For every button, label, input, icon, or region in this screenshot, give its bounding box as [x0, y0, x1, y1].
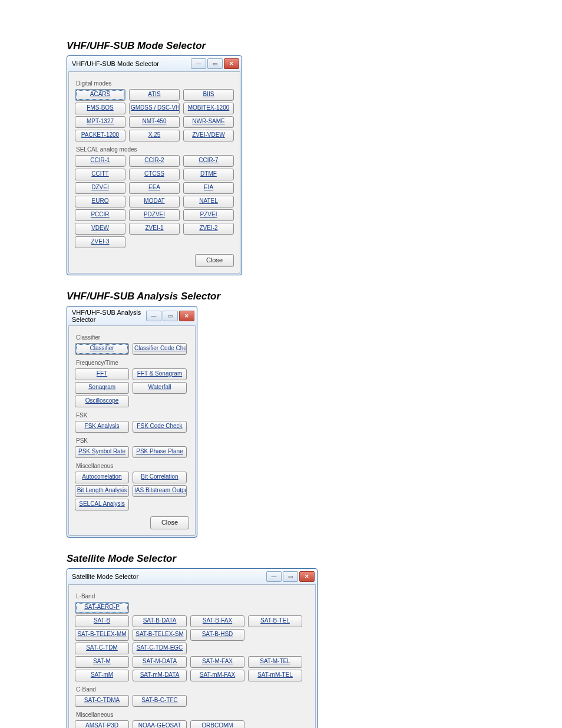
mode-button[interactable]: SAT-B-C-TFC [133, 695, 187, 707]
mode-button[interactable]: PZVEI [183, 209, 234, 221]
group-label-selcal: SELCAL analog modes [76, 146, 234, 153]
group-label-lband: L-Band [76, 593, 309, 599]
mode-button[interactable]: SAT-mM-TEL [248, 670, 302, 681]
minimize-button[interactable]: — [146, 311, 161, 321]
mode-button[interactable]: CCIR-7 [183, 155, 234, 167]
mode-button[interactable]: Sonagram [75, 382, 129, 394]
mode-button[interactable]: FSK Analysis [75, 421, 129, 433]
mode-button[interactable]: DZVEI [75, 182, 125, 194]
mode-button[interactable]: MOBITEX-1200 [183, 103, 234, 114]
minimize-button[interactable]: — [191, 58, 206, 69]
maximize-button[interactable]: ▭ [283, 571, 298, 582]
mode-button[interactable]: SAT-mM-DATA [133, 670, 187, 681]
mode-button[interactable]: Bit Correlation [133, 472, 187, 483]
mode-button[interactable]: PSK Phase Plane [133, 446, 187, 458]
mode-button[interactable]: NATEL [183, 196, 234, 207]
mode-button[interactable]: SAT-M-FAX [190, 656, 244, 668]
mode-button[interactable]: ZVEI-VDEW [183, 130, 234, 141]
close-x-button[interactable]: ✕ [179, 311, 194, 321]
mode-button[interactable]: SAT-AERO-P [75, 602, 129, 614]
mode-button[interactable]: BIIS [183, 89, 234, 101]
mode-button[interactable]: SAT-M-TEL [248, 656, 302, 668]
heading-analysis-selector: VHF/UHF-SUB Analysis Selector [67, 291, 495, 302]
mode-button[interactable]: NOAA-GEOSAT [133, 720, 187, 728]
group-label-digital: Digital modes [76, 80, 234, 87]
mode-button[interactable]: Classifier Code Check [133, 343, 187, 355]
mode-button[interactable]: VDEW [75, 223, 125, 235]
titlebar: Satellite Mode Selector — ▭ ✕ [67, 569, 317, 584]
mode-button[interactable]: ZVEI-3 [75, 236, 125, 248]
maximize-button[interactable]: ▭ [207, 58, 223, 69]
mode-button[interactable]: MODAT [129, 196, 180, 207]
close-x-button[interactable]: ✕ [299, 571, 315, 582]
window-title: Satellite Mode Selector [72, 573, 265, 580]
mode-button[interactable]: Oscilloscope [75, 396, 129, 407]
mode-button[interactable]: SAT-M [75, 656, 129, 668]
mode-button[interactable]: SAT-C-TDMA [75, 695, 129, 707]
mode-button[interactable]: SAT-C-TDM [75, 643, 129, 654]
titlebar: VHF/UHF-SUB Analysis Selector — ▭ ✕ [67, 307, 197, 325]
mode-button[interactable]: GMDSS / DSC-VHF [129, 103, 180, 114]
group-label-cband: C-Band [76, 686, 309, 693]
mode-button[interactable]: SAT-B-DATA [133, 615, 187, 627]
heading-satellite-selector: Satellite Mode Selector [67, 553, 495, 565]
mode-button[interactable]: ATIS [129, 89, 180, 101]
mode-button[interactable]: CCITT [75, 169, 125, 180]
mode-button[interactable]: Waterfall [133, 382, 187, 394]
group-label-psk: PSK [76, 437, 189, 444]
mode-button[interactable]: ACARS [75, 89, 125, 101]
mode-button[interactable]: Classifier [75, 343, 129, 355]
group-label-classifier: Classifier [76, 334, 189, 341]
mode-button[interactable]: IAS Bitstream Output [133, 485, 187, 497]
mode-button[interactable]: CCIR-1 [75, 155, 125, 167]
mode-button[interactable]: PSK Symbol Rate [75, 446, 129, 458]
mode-button[interactable]: SAT-mM-FAX [190, 670, 244, 681]
mode-button[interactable]: EIA [183, 182, 234, 194]
mode-button[interactable]: CCIR-2 [129, 155, 180, 167]
window-title: VHF/UHF-SUB Mode Selector [72, 60, 190, 67]
close-button[interactable]: Close [195, 254, 234, 267]
mode-button[interactable]: X.25 [129, 130, 180, 141]
mode-button[interactable]: SAT-mM [75, 670, 129, 681]
mode-button[interactable]: SAT-B-TELEX-MM [75, 629, 129, 641]
close-x-button[interactable]: ✕ [224, 58, 239, 69]
mode-button[interactable]: PCCIR [75, 209, 125, 221]
mode-button[interactable]: PACKET-1200 [75, 130, 125, 141]
mode-button[interactable]: SAT-B-HSD [190, 629, 244, 641]
mode-button[interactable]: ORBCOMM [190, 720, 244, 728]
mode-button[interactable]: DTMF [183, 169, 234, 180]
mode-button[interactable]: FSK Code Check [133, 421, 187, 433]
mode-button[interactable]: Bit Length Analysis [75, 485, 129, 497]
maximize-button[interactable]: ▭ [163, 311, 178, 321]
heading-mode-selector: VHF/UHF-SUB Mode Selector [67, 40, 495, 52]
mode-button[interactable]: EURO [75, 196, 125, 207]
minimize-button[interactable]: — [266, 571, 282, 582]
close-button[interactable]: Close [150, 516, 189, 529]
mode-button[interactable]: SAT-B [75, 615, 129, 627]
mode-button[interactable]: PDZVEI [129, 209, 180, 221]
titlebar: VHF/UHF-SUB Mode Selector — ▭ ✕ [67, 56, 242, 71]
mode-button[interactable]: SAT-M-DATA [133, 656, 187, 668]
mode-button[interactable]: AMSAT-P3D [75, 720, 129, 728]
mode-button[interactable]: SELCAL Analysis [75, 499, 129, 510]
mode-button[interactable]: SAT-C-TDM-EGC [133, 643, 187, 654]
mode-button[interactable]: Autocorrelation [75, 472, 129, 483]
window-analysis-selector: VHF/UHF-SUB Analysis Selector — ▭ ✕ Clas… [67, 306, 197, 538]
mode-button[interactable]: ZVEI-2 [183, 223, 234, 235]
mode-button[interactable]: SAT-B-TEL [248, 615, 302, 627]
window-satellite-selector: Satellite Mode Selector — ▭ ✕ L-Band SAT… [67, 568, 318, 728]
mode-button[interactable]: EEA [129, 182, 180, 194]
mode-button[interactable]: FFT & Sonagram [133, 368, 187, 380]
mode-button[interactable]: NMT-450 [129, 116, 180, 128]
mode-button[interactable]: FFT [75, 368, 129, 380]
window-title: VHF/UHF-SUB Analysis Selector [72, 309, 145, 323]
mode-button[interactable]: FMS-BOS [75, 103, 125, 114]
mode-button[interactable]: CTCSS [129, 169, 180, 180]
group-label-fsk: FSK [76, 412, 189, 419]
mode-button[interactable]: MPT-1327 [75, 116, 125, 128]
mode-button[interactable]: SAT-B-TELEX-SM [133, 629, 187, 641]
mode-button[interactable]: SAT-B-FAX [190, 615, 244, 627]
window-mode-selector: VHF/UHF-SUB Mode Selector — ▭ ✕ Digital … [67, 55, 242, 275]
mode-button[interactable]: NWR-SAME [183, 116, 234, 128]
mode-button[interactable]: ZVEI-1 [129, 223, 180, 235]
